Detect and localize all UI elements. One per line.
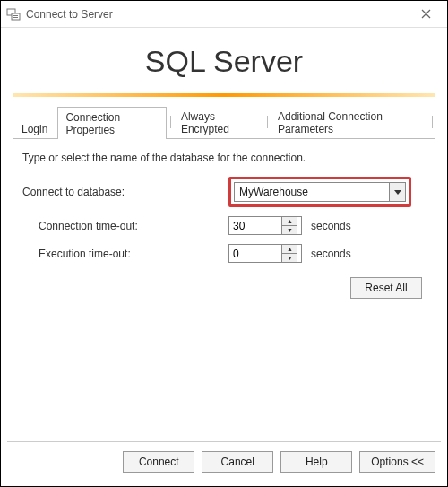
reset-all-button[interactable]: Reset All (350, 277, 422, 299)
chevron-down-icon (394, 190, 401, 195)
database-label: Connect to database: (22, 186, 228, 198)
tabstrip: Login Connection Properties Always Encry… (13, 106, 435, 139)
database-dropdown-button[interactable] (389, 183, 405, 201)
execution-timeout-spinner[interactable]: ▲ ▼ (228, 244, 302, 263)
connection-timeout-label: Connection time-out: (22, 220, 228, 232)
execution-timeout-input[interactable] (229, 245, 281, 262)
cancel-button[interactable]: Cancel (202, 451, 273, 473)
tab-separator (432, 116, 433, 128)
execution-timeout-label: Execution time-out: (22, 248, 228, 260)
window-title: Connect to Server (26, 8, 113, 21)
instruction-text: Type or select the name of the database … (22, 152, 426, 164)
execution-timeout-row: Execution time-out: ▲ ▼ seconds (22, 244, 426, 263)
connection-timeout-input[interactable] (229, 217, 281, 234)
svg-rect-2 (13, 15, 18, 16)
spinner-up-button[interactable]: ▲ (282, 217, 297, 226)
spinner-down-button[interactable]: ▼ (282, 226, 297, 234)
product-title: SQL Server (1, 44, 447, 79)
tab-additional-parameters[interactable]: Additional Connection Parameters (270, 106, 428, 138)
svg-rect-3 (13, 17, 18, 18)
database-combobox[interactable]: MyWarehouse (234, 182, 406, 202)
spinner-down-button[interactable]: ▼ (282, 254, 297, 262)
tab-connection-properties[interactable]: Connection Properties (57, 107, 167, 139)
connection-timeout-spinner[interactable]: ▲ ▼ (228, 216, 302, 235)
database-highlight-box: MyWarehouse (228, 177, 411, 207)
accent-bar (13, 93, 435, 97)
svg-marker-6 (394, 190, 401, 195)
seconds-unit: seconds (311, 220, 351, 232)
database-value: MyWarehouse (235, 186, 389, 198)
close-icon (421, 9, 431, 19)
database-row: Connect to database: MyWarehouse (22, 177, 426, 207)
titlebar: Connect to Server (1, 1, 447, 28)
tab-separator (170, 116, 171, 128)
tab-login[interactable]: Login (13, 118, 56, 138)
connect-button[interactable]: Connect (123, 451, 194, 473)
svg-rect-1 (12, 13, 20, 20)
close-button[interactable] (409, 3, 442, 26)
connection-properties-panel: Type or select the name of the database … (1, 139, 447, 417)
connection-timeout-row: Connection time-out: ▲ ▼ seconds (22, 216, 426, 235)
server-icon (6, 7, 21, 22)
options-button[interactable]: Options << (359, 451, 435, 473)
help-button[interactable]: Help (280, 451, 352, 473)
seconds-unit: seconds (311, 248, 351, 260)
dialog-footer: Connect Cancel Help Options << (7, 441, 441, 482)
dialog-header: SQL Server (1, 28, 447, 88)
spinner-up-button[interactable]: ▲ (282, 245, 297, 254)
tab-separator (267, 116, 268, 128)
tab-always-encrypted[interactable]: Always Encrypted (173, 106, 263, 138)
